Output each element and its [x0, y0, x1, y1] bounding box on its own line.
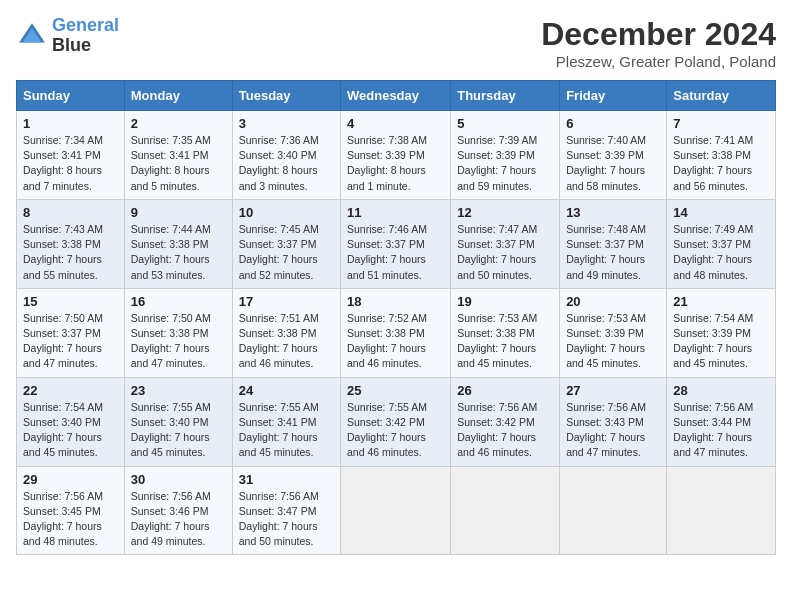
- day-number: 19: [457, 294, 553, 309]
- day-number: 15: [23, 294, 118, 309]
- calendar-day-cell: 12Sunrise: 7:47 AMSunset: 3:37 PMDayligh…: [451, 199, 560, 288]
- day-number: 7: [673, 116, 769, 131]
- day-info: Sunrise: 7:51 AMSunset: 3:38 PMDaylight:…: [239, 311, 334, 372]
- day-info: Sunrise: 7:56 AMSunset: 3:45 PMDaylight:…: [23, 489, 118, 550]
- calendar-day-cell: 18Sunrise: 7:52 AMSunset: 3:38 PMDayligh…: [341, 288, 451, 377]
- day-info: Sunrise: 7:53 AMSunset: 3:38 PMDaylight:…: [457, 311, 553, 372]
- day-number: 6: [566, 116, 660, 131]
- calendar-day-cell: 9Sunrise: 7:44 AMSunset: 3:38 PMDaylight…: [124, 199, 232, 288]
- day-info: Sunrise: 7:50 AMSunset: 3:37 PMDaylight:…: [23, 311, 118, 372]
- calendar-day-header: Saturday: [667, 81, 776, 111]
- calendar-day-cell: 19Sunrise: 7:53 AMSunset: 3:38 PMDayligh…: [451, 288, 560, 377]
- calendar-day-cell: 21Sunrise: 7:54 AMSunset: 3:39 PMDayligh…: [667, 288, 776, 377]
- logo-text: General Blue: [52, 16, 119, 56]
- day-number: 13: [566, 205, 660, 220]
- calendar-day-cell: 4Sunrise: 7:38 AMSunset: 3:39 PMDaylight…: [341, 111, 451, 200]
- day-number: 29: [23, 472, 118, 487]
- day-info: Sunrise: 7:36 AMSunset: 3:40 PMDaylight:…: [239, 133, 334, 194]
- calendar-day-header: Tuesday: [232, 81, 340, 111]
- day-info: Sunrise: 7:55 AMSunset: 3:41 PMDaylight:…: [239, 400, 334, 461]
- page-title: December 2024: [541, 16, 776, 53]
- day-info: Sunrise: 7:50 AMSunset: 3:38 PMDaylight:…: [131, 311, 226, 372]
- day-info: Sunrise: 7:54 AMSunset: 3:39 PMDaylight:…: [673, 311, 769, 372]
- calendar-day-header: Thursday: [451, 81, 560, 111]
- day-number: 22: [23, 383, 118, 398]
- calendar-day-cell: [451, 466, 560, 555]
- day-number: 23: [131, 383, 226, 398]
- day-number: 31: [239, 472, 334, 487]
- calendar-day-cell: 31Sunrise: 7:56 AMSunset: 3:47 PMDayligh…: [232, 466, 340, 555]
- calendar-day-cell: 6Sunrise: 7:40 AMSunset: 3:39 PMDaylight…: [560, 111, 667, 200]
- calendar-day-header: Sunday: [17, 81, 125, 111]
- day-number: 20: [566, 294, 660, 309]
- calendar-day-cell: 22Sunrise: 7:54 AMSunset: 3:40 PMDayligh…: [17, 377, 125, 466]
- day-info: Sunrise: 7:56 AMSunset: 3:46 PMDaylight:…: [131, 489, 226, 550]
- day-info: Sunrise: 7:43 AMSunset: 3:38 PMDaylight:…: [23, 222, 118, 283]
- page-subtitle: Pleszew, Greater Poland, Poland: [541, 53, 776, 70]
- calendar-week-row: 8Sunrise: 7:43 AMSunset: 3:38 PMDaylight…: [17, 199, 776, 288]
- calendar-header-row: SundayMondayTuesdayWednesdayThursdayFrid…: [17, 81, 776, 111]
- day-number: 18: [347, 294, 444, 309]
- calendar-table: SundayMondayTuesdayWednesdayThursdayFrid…: [16, 80, 776, 555]
- day-info: Sunrise: 7:41 AMSunset: 3:38 PMDaylight:…: [673, 133, 769, 194]
- logo-icon: [16, 20, 48, 52]
- calendar-week-row: 15Sunrise: 7:50 AMSunset: 3:37 PMDayligh…: [17, 288, 776, 377]
- day-number: 28: [673, 383, 769, 398]
- calendar-day-cell: 17Sunrise: 7:51 AMSunset: 3:38 PMDayligh…: [232, 288, 340, 377]
- calendar-day-header: Monday: [124, 81, 232, 111]
- day-info: Sunrise: 7:44 AMSunset: 3:38 PMDaylight:…: [131, 222, 226, 283]
- day-info: Sunrise: 7:34 AMSunset: 3:41 PMDaylight:…: [23, 133, 118, 194]
- day-number: 9: [131, 205, 226, 220]
- day-number: 1: [23, 116, 118, 131]
- calendar-day-cell: 30Sunrise: 7:56 AMSunset: 3:46 PMDayligh…: [124, 466, 232, 555]
- day-info: Sunrise: 7:56 AMSunset: 3:43 PMDaylight:…: [566, 400, 660, 461]
- day-number: 12: [457, 205, 553, 220]
- calendar-week-row: 22Sunrise: 7:54 AMSunset: 3:40 PMDayligh…: [17, 377, 776, 466]
- calendar-day-cell: 14Sunrise: 7:49 AMSunset: 3:37 PMDayligh…: [667, 199, 776, 288]
- day-info: Sunrise: 7:56 AMSunset: 3:47 PMDaylight:…: [239, 489, 334, 550]
- calendar-day-cell: 29Sunrise: 7:56 AMSunset: 3:45 PMDayligh…: [17, 466, 125, 555]
- day-number: 24: [239, 383, 334, 398]
- calendar-day-cell: 8Sunrise: 7:43 AMSunset: 3:38 PMDaylight…: [17, 199, 125, 288]
- calendar-week-row: 29Sunrise: 7:56 AMSunset: 3:45 PMDayligh…: [17, 466, 776, 555]
- calendar-day-cell: 15Sunrise: 7:50 AMSunset: 3:37 PMDayligh…: [17, 288, 125, 377]
- day-info: Sunrise: 7:49 AMSunset: 3:37 PMDaylight:…: [673, 222, 769, 283]
- calendar-day-header: Wednesday: [341, 81, 451, 111]
- calendar-day-cell: 2Sunrise: 7:35 AMSunset: 3:41 PMDaylight…: [124, 111, 232, 200]
- title-block: December 2024 Pleszew, Greater Poland, P…: [541, 16, 776, 70]
- calendar-day-cell: 23Sunrise: 7:55 AMSunset: 3:40 PMDayligh…: [124, 377, 232, 466]
- calendar-day-cell: [667, 466, 776, 555]
- day-info: Sunrise: 7:54 AMSunset: 3:40 PMDaylight:…: [23, 400, 118, 461]
- day-info: Sunrise: 7:48 AMSunset: 3:37 PMDaylight:…: [566, 222, 660, 283]
- day-info: Sunrise: 7:46 AMSunset: 3:37 PMDaylight:…: [347, 222, 444, 283]
- calendar-day-cell: 7Sunrise: 7:41 AMSunset: 3:38 PMDaylight…: [667, 111, 776, 200]
- day-number: 11: [347, 205, 444, 220]
- calendar-day-cell: 27Sunrise: 7:56 AMSunset: 3:43 PMDayligh…: [560, 377, 667, 466]
- day-info: Sunrise: 7:45 AMSunset: 3:37 PMDaylight:…: [239, 222, 334, 283]
- calendar-day-cell: [341, 466, 451, 555]
- day-number: 27: [566, 383, 660, 398]
- day-number: 17: [239, 294, 334, 309]
- calendar-day-cell: 3Sunrise: 7:36 AMSunset: 3:40 PMDaylight…: [232, 111, 340, 200]
- calendar-day-cell: 24Sunrise: 7:55 AMSunset: 3:41 PMDayligh…: [232, 377, 340, 466]
- day-number: 26: [457, 383, 553, 398]
- day-number: 21: [673, 294, 769, 309]
- day-info: Sunrise: 7:47 AMSunset: 3:37 PMDaylight:…: [457, 222, 553, 283]
- day-number: 8: [23, 205, 118, 220]
- calendar-day-cell: 28Sunrise: 7:56 AMSunset: 3:44 PMDayligh…: [667, 377, 776, 466]
- day-number: 2: [131, 116, 226, 131]
- day-number: 16: [131, 294, 226, 309]
- calendar-day-cell: 20Sunrise: 7:53 AMSunset: 3:39 PMDayligh…: [560, 288, 667, 377]
- day-info: Sunrise: 7:55 AMSunset: 3:40 PMDaylight:…: [131, 400, 226, 461]
- calendar-day-cell: 26Sunrise: 7:56 AMSunset: 3:42 PMDayligh…: [451, 377, 560, 466]
- day-info: Sunrise: 7:52 AMSunset: 3:38 PMDaylight:…: [347, 311, 444, 372]
- day-number: 25: [347, 383, 444, 398]
- calendar-day-header: Friday: [560, 81, 667, 111]
- day-number: 4: [347, 116, 444, 131]
- day-number: 10: [239, 205, 334, 220]
- calendar-day-cell: 1Sunrise: 7:34 AMSunset: 3:41 PMDaylight…: [17, 111, 125, 200]
- day-number: 3: [239, 116, 334, 131]
- day-info: Sunrise: 7:56 AMSunset: 3:42 PMDaylight:…: [457, 400, 553, 461]
- calendar-day-cell: 13Sunrise: 7:48 AMSunset: 3:37 PMDayligh…: [560, 199, 667, 288]
- day-info: Sunrise: 7:55 AMSunset: 3:42 PMDaylight:…: [347, 400, 444, 461]
